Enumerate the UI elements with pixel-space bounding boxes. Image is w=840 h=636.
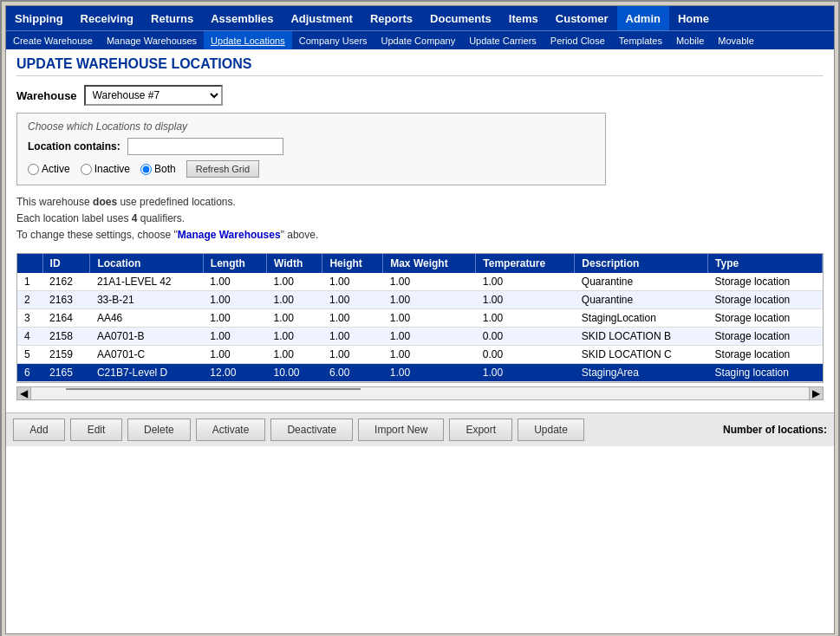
radio-inactive[interactable]: Inactive xyxy=(81,163,130,175)
cell-rownum: 6 xyxy=(17,363,42,381)
radio-both-input[interactable] xyxy=(140,164,152,175)
filter-location-row: Location contains: xyxy=(28,138,595,155)
radio-active-input[interactable] xyxy=(28,164,39,175)
filter-box: Choose which Locations to display Locati… xyxy=(16,113,606,185)
activate-button[interactable]: Activate xyxy=(196,419,266,441)
delete-button[interactable]: Delete xyxy=(127,419,191,441)
sub-nav: Create Warehouse Manage Warehouses Updat… xyxy=(6,30,834,49)
export-button[interactable]: Export xyxy=(449,419,512,441)
nav-reports[interactable]: Reports xyxy=(361,6,421,30)
nav-receiving[interactable]: Receiving xyxy=(72,6,142,30)
table-row[interactable]: 62165C21B7-Level D12.0010.006.001.001.00… xyxy=(17,363,823,381)
data-table-wrapper: ID Location Length Width Height Max Weig… xyxy=(16,253,824,383)
location-contains-label: Location contains: xyxy=(28,140,120,153)
horizontal-scrollbar[interactable]: ◀ ▶ xyxy=(16,386,824,400)
bottom-toolbar: Add Edit Delete Activate Deactivate Impo… xyxy=(6,412,834,446)
col-header-length: Length xyxy=(203,254,266,273)
edit-button[interactable]: Edit xyxy=(70,419,122,441)
nav-home[interactable]: Home xyxy=(669,6,718,30)
nav-adjustment[interactable]: Adjustment xyxy=(282,6,361,30)
col-header-type: Type xyxy=(708,254,823,273)
status-radio-group: Active Inactive Both Refresh Grid xyxy=(28,160,595,178)
radio-both[interactable]: Both xyxy=(140,163,176,175)
cell-rownum: 3 xyxy=(17,308,42,327)
num-locations-label: Number of locations: xyxy=(723,424,827,436)
radio-inactive-label: Inactive xyxy=(94,163,130,175)
table-row[interactable]: 1216221A1-LEVEL 421.001.001.001.001.00Qu… xyxy=(17,273,823,291)
radio-active-label: Active xyxy=(42,163,70,175)
subnav-manage-warehouses[interactable]: Manage Warehouses xyxy=(100,31,204,49)
col-header-rownum xyxy=(17,254,42,273)
page-title: Update Warehouse Locations xyxy=(16,56,824,76)
radio-active[interactable]: Active xyxy=(28,163,70,175)
warehouse-label: Warehouse xyxy=(16,89,77,102)
radio-both-label: Both xyxy=(154,163,176,175)
scroll-left-arrow[interactable]: ◀ xyxy=(17,387,31,399)
cell-rownum: 5 xyxy=(17,345,42,363)
subnav-update-company[interactable]: Update Company xyxy=(374,31,463,49)
info-text: This warehouse does use predefined locat… xyxy=(16,194,824,244)
inner-frame: Shipping Receiving Returns Assemblies Ad… xyxy=(5,5,835,634)
subnav-update-locations[interactable]: Update Locations xyxy=(204,31,292,49)
import-new-button[interactable]: Import New xyxy=(358,419,444,441)
subnav-company-users[interactable]: Company Users xyxy=(292,31,374,49)
subnav-period-close[interactable]: Period Close xyxy=(544,31,612,49)
location-contains-input[interactable] xyxy=(127,138,283,155)
radio-inactive-input[interactable] xyxy=(81,164,92,175)
table-header-row: ID Location Length Width Height Max Weig… xyxy=(17,254,823,273)
top-nav: Shipping Receiving Returns Assemblies Ad… xyxy=(6,6,834,30)
info-qualifier-bold: 4 xyxy=(132,212,138,224)
col-header-id: ID xyxy=(42,254,90,273)
nav-items[interactable]: Items xyxy=(500,6,547,30)
col-header-height: Height xyxy=(322,254,383,273)
col-header-temperature: Temperature xyxy=(476,254,575,273)
deactivate-button[interactable]: Deactivate xyxy=(270,419,353,441)
subnav-mobile[interactable]: Mobile xyxy=(669,31,711,49)
table-row[interactable]: 32164AA461.001.001.001.001.00StagingLoca… xyxy=(17,308,823,327)
col-header-width: Width xyxy=(267,254,322,273)
cell-rownum: 4 xyxy=(17,327,42,345)
warehouse-row: Warehouse Warehouse #7 xyxy=(16,85,824,106)
nav-returns[interactable]: Returns xyxy=(142,6,202,30)
subnav-templates[interactable]: Templates xyxy=(612,31,669,49)
cell-rownum: 2 xyxy=(17,290,42,308)
refresh-grid-button[interactable]: Refresh Grid xyxy=(186,160,259,178)
add-button[interactable]: Add xyxy=(13,419,65,441)
table-row[interactable]: 42158AA0701-B1.001.001.001.000.00SKID LO… xyxy=(17,327,823,345)
info-does-bold: does xyxy=(93,196,117,208)
info-line1: This warehouse does use predefined locat… xyxy=(16,194,824,211)
warehouse-select[interactable]: Warehouse #7 xyxy=(84,85,223,106)
scroll-track xyxy=(31,387,809,399)
subnav-movable[interactable]: Movable xyxy=(711,31,761,49)
nav-assemblies[interactable]: Assemblies xyxy=(202,6,282,30)
table-row[interactable]: 2216333-B-211.001.001.001.001.00Quaranti… xyxy=(17,290,823,308)
scroll-right-arrow[interactable]: ▶ xyxy=(809,387,823,399)
cell-rownum: 1 xyxy=(17,273,42,291)
col-header-maxweight: Max Weight xyxy=(383,254,476,273)
nav-shipping[interactable]: Shipping xyxy=(6,6,72,30)
update-button[interactable]: Update xyxy=(518,419,584,441)
nav-documents[interactable]: Documents xyxy=(421,6,500,30)
table-row[interactable]: 52159AA0701-C1.001.001.001.000.00SKID LO… xyxy=(17,345,823,363)
scroll-thumb[interactable] xyxy=(66,388,361,390)
filter-box-title: Choose which Locations to display xyxy=(28,120,595,133)
subnav-create-warehouse[interactable]: Create Warehouse xyxy=(6,31,100,49)
page-content: Update Warehouse Locations Warehouse War… xyxy=(6,49,834,412)
nav-admin[interactable]: Admin xyxy=(617,6,669,30)
info-line2: Each location label uses 4 qualifiers. xyxy=(16,211,824,227)
locations-table: ID Location Length Width Height Max Weig… xyxy=(17,254,823,382)
col-header-location: Location xyxy=(90,254,203,273)
col-header-description: Description xyxy=(575,254,708,273)
subnav-update-carriers[interactable]: Update Carriers xyxy=(462,31,544,49)
info-manage-link[interactable]: Manage Warehouses xyxy=(178,229,281,241)
info-line3: To change these settings, choose "Manage… xyxy=(16,227,824,243)
nav-customer[interactable]: Customer xyxy=(547,6,617,30)
outer-frame: Shipping Receiving Returns Assemblies Ad… xyxy=(0,0,840,636)
